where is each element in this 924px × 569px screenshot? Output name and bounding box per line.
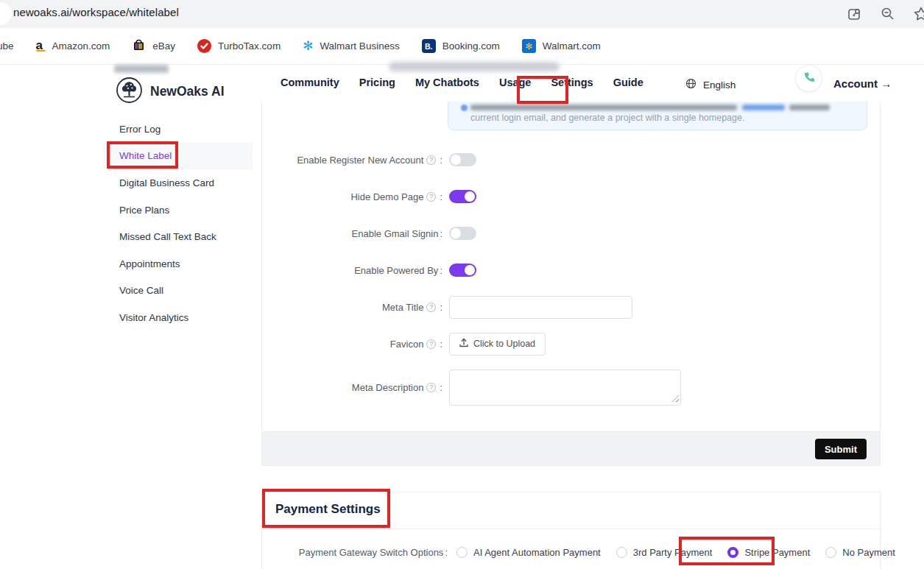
field-label: Enable Gmail Signin [352,228,439,239]
sidebar-item-appointments[interactable]: Appointments [103,250,253,278]
bookmark-walmart-business[interactable]: ✻ Walmart Business [303,40,400,52]
sidebar-item-error-log[interactable]: Error Log [103,116,253,143]
field-label: Enable Register New Account [297,155,423,166]
bookmark-booking[interactable]: B. Booking.com [422,39,500,53]
newoaks-logo-icon [115,76,144,107]
field-label: Enable Powered By [354,265,438,276]
redacted-link [742,105,785,110]
help-icon[interactable]: ? [426,383,436,392]
radio-circle[interactable] [456,547,468,558]
field-label: Meta Title [382,302,423,313]
redacted-text [789,105,830,110]
payment-radio-group: AI Agent Automation Payment 3rd Party Pa… [452,547,895,558]
upload-icon [459,338,468,350]
field-label: Favicon [390,339,424,350]
bookmark-ebay[interactable]: eBay [132,38,175,54]
redacted-text [470,105,737,110]
zoom-out-icon[interactable] [880,6,896,22]
sidebar-item-voice-call[interactable]: Voice Call [103,278,253,305]
hide-demo-page-toggle[interactable] [449,190,476,203]
bookmark-youtube[interactable]: ube [0,40,14,52]
brand-name: NewOaks AI [150,84,225,99]
nav-pricing[interactable]: Pricing [359,77,395,88]
address-bar-pill [0,2,12,25]
ebay-bag-icon [132,38,146,54]
form-row-powered-by: Enable Powered By : [277,258,476,282]
radio-circle[interactable] [616,547,627,558]
nav-usage[interactable]: Usage [499,77,532,88]
redacted-text [389,62,560,71]
language-label: English [703,79,736,91]
help-icon[interactable]: ? [426,155,436,165]
sidebar-nav: Error Log White Label Digital Business C… [103,116,253,331]
bookmark-amazon[interactable]: a Amazon.com [36,40,110,52]
alert-text: current login email, and generate a proj… [470,113,744,123]
nav-settings[interactable]: Settings [551,77,593,88]
form-row-meta-description: Meta Description ? : [277,369,681,406]
field-label: Payment Gateway Switch Options [299,547,444,558]
bookmarks-bar: ube a Amazon.com eBay TurboTax.com ✻ Wal… [0,28,924,65]
sidebar-item-digital-business-card[interactable]: Digital Business Card [103,169,253,197]
brand: NewOaks AI [115,76,225,107]
radio-no-payment[interactable]: No Payment [825,547,895,558]
form-row-hide-demo: Hide Demo Page ? : [277,185,476,208]
info-icon [461,105,468,111]
payment-gateway-row: Payment Gateway Switch Options : AI Agen… [277,541,895,563]
form-row-enable-register: Enable Register New Account ? : [277,148,476,172]
submit-button[interactable]: Submit [815,439,867,459]
help-icon[interactable]: ? [426,192,436,202]
sidebar-item-visitor-analytics[interactable]: Visitor Analytics [103,304,253,331]
radio-circle-checked[interactable] [727,547,738,558]
nav-community[interactable]: Community [281,77,339,88]
address-bar-url[interactable]: newoaks.ai/workspace/whitelabel [13,6,179,18]
help-icon[interactable]: ? [426,339,436,349]
amazon-icon: a [36,40,46,52]
field-label: Hide Demo Page [350,191,423,202]
language-selector[interactable]: English [685,78,736,91]
meta-description-textarea[interactable] [449,370,681,406]
form-footer: Submit [262,431,880,465]
form-row-meta-title: Meta Title ? : [277,295,632,319]
payment-settings-card: Payment Settings Payment Gateway Switch … [261,492,881,569]
nav-my-chatbots[interactable]: My Chatbots [415,77,479,88]
account-link[interactable]: Account → [833,77,892,90]
browser-chrome-bar: newoaks.ai/workspace/whitelabel [0,0,924,28]
radio-stripe-payment[interactable]: Stripe Payment [727,547,810,558]
gmail-signin-toggle[interactable] [449,227,476,240]
powered-by-toggle[interactable] [449,264,476,277]
sidebar: NewOaks AI Error Log White Label Digital… [103,65,253,569]
bookmark-walmart-com[interactable]: ✻ Walmart.com [522,39,601,53]
radio-circle[interactable] [825,547,836,558]
form-row-favicon: Favicon ? : Click to Upload [277,332,546,356]
favorite-star-icon[interactable] [912,5,924,23]
globe-icon [685,78,696,91]
redacted-text [114,65,169,73]
form-row-gmail-signin: Enable Gmail Signin : [277,222,476,245]
bookmark-turbotax[interactable]: TurboTax.com [197,39,281,53]
favicon-upload-button[interactable]: Click to Upload [449,333,546,356]
payment-settings-title: Payment Settings [275,502,381,517]
nav-guide[interactable]: Guide [613,77,643,88]
help-icon[interactable]: ? [426,303,436,312]
white-label-form-card: Enable Register New Account ? : Hide Dem… [261,102,881,466]
meta-title-input[interactable] [449,296,632,319]
top-nav: Community Pricing My Chatbots Usage Sett… [281,77,643,88]
sidebar-item-white-label[interactable]: White Label [103,143,253,170]
password-key-icon[interactable] [847,6,864,23]
sidebar-item-missed-call-text-back[interactable]: Missed Call Text Back [103,223,253,250]
phone-avatar[interactable] [795,65,822,92]
sidebar-item-price-plans[interactable]: Price Plans [103,197,253,224]
turbotax-check-icon [197,39,211,53]
radio-3rd-party-payment[interactable]: 3rd Party Payment [616,547,713,558]
app-header: Community Pricing My Chatbots Usage Sett… [253,65,924,102]
field-label: Meta Description [352,382,424,393]
divider [262,529,880,529]
radio-ai-agent-automation-payment[interactable]: AI Agent Automation Payment [456,547,601,558]
booking-icon: B. [422,39,436,53]
walmart-spark-icon: ✻ [303,40,313,52]
walmart-square-icon: ✻ [522,39,536,53]
phone-icon [803,71,815,86]
enable-register-toggle[interactable] [449,153,476,166]
